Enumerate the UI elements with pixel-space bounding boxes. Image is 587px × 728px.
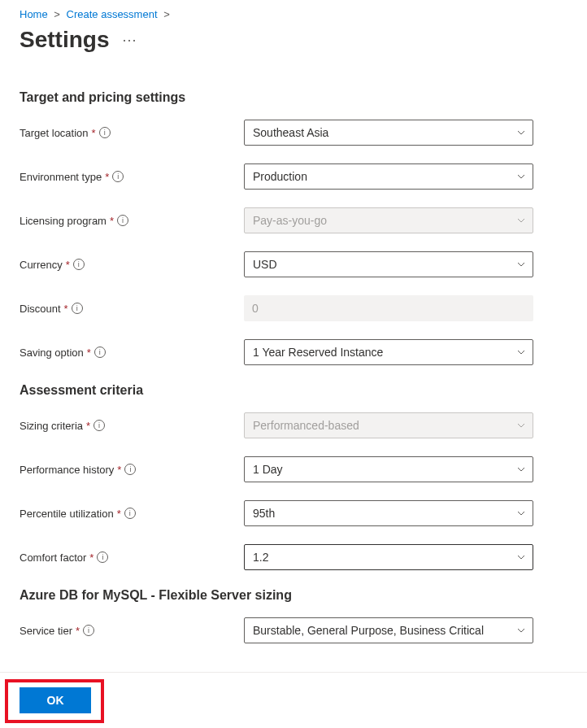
breadcrumb-create-assessment[interactable]: Create assessment [67, 8, 158, 20]
required-indicator: * [87, 347, 91, 359]
select-target-location[interactable]: Southeast Asia [244, 120, 533, 146]
select-saving-option[interactable]: 1 Year Reserved Instance [244, 339, 533, 365]
required-indicator: * [66, 259, 70, 271]
info-icon[interactable]: i [124, 508, 136, 519]
info-icon[interactable]: i [83, 625, 94, 636]
required-indicator: * [110, 215, 114, 227]
select-performance-history[interactable]: 1 Day [244, 456, 533, 482]
select-value: Performanced-based [253, 419, 359, 432]
select-value: 95th [253, 507, 275, 520]
label-text: Service tier [20, 625, 72, 637]
required-indicator: * [89, 551, 93, 564]
info-icon[interactable]: i [112, 171, 124, 182]
select-value: Southeast Asia [253, 126, 328, 139]
label-target-location: Target location * i [20, 127, 244, 139]
chevron-down-icon [516, 128, 526, 137]
row-comfort-factor: Comfort factor * i 1.2 [20, 544, 567, 570]
label-discount: Discount * i [20, 303, 244, 315]
label-text: Environment type [20, 171, 102, 183]
select-service-tier[interactable]: Burstable, General Purpose, Business Cri… [244, 617, 533, 643]
row-discount: Discount * i [20, 295, 567, 321]
chevron-down-icon [516, 626, 526, 635]
ok-button[interactable]: OK [20, 687, 91, 713]
select-currency[interactable]: USD [244, 251, 533, 277]
select-percentile-utilization[interactable]: 95th [244, 500, 533, 526]
required-indicator: * [117, 464, 121, 476]
section-azure-db: Azure DB for MySQL - Flexible Server siz… [20, 588, 567, 603]
label-text: Percentile utilization [20, 508, 114, 520]
row-sizing-criteria: Sizing criteria * i Performanced-based [20, 412, 567, 438]
label-service-tier: Service tier * i [20, 625, 244, 637]
page-title: Settings [20, 27, 109, 53]
more-actions-icon[interactable]: ··· [122, 32, 137, 49]
label-licensing-program: Licensing program * i [20, 215, 244, 227]
info-icon[interactable]: i [99, 127, 111, 138]
page-header: Settings ··· [0, 24, 587, 53]
chevron-down-icon [516, 172, 526, 181]
chevron-down-icon [516, 552, 526, 562]
row-environment-type: Environment type * i Production [20, 163, 567, 190]
chevron-down-icon [516, 508, 526, 518]
chevron-down-icon [516, 216, 526, 225]
label-performance-history: Performance history * i [20, 464, 244, 476]
label-percentile-utilization: Percentile utilization * i [20, 508, 244, 520]
input-discount [244, 295, 533, 321]
select-environment-type[interactable]: Production [244, 163, 533, 190]
label-sizing-criteria: Sizing criteria * i [20, 420, 244, 432]
info-icon[interactable]: i [117, 215, 128, 226]
label-text: Target location [20, 127, 89, 139]
chevron-down-icon [516, 347, 526, 357]
breadcrumb-home[interactable]: Home [20, 8, 48, 20]
select-licensing-program: Pay-as-you-go [244, 207, 533, 233]
section-target-pricing: Target and pricing settings [20, 90, 567, 105]
info-icon[interactable]: i [93, 420, 105, 431]
label-text: Comfort factor [20, 551, 86, 564]
select-comfort-factor[interactable]: 1.2 [244, 544, 533, 570]
select-sizing-criteria: Performanced-based [244, 412, 533, 438]
required-indicator: * [64, 303, 68, 315]
label-text: Licensing program [20, 215, 107, 227]
breadcrumb: Home > Create assessment > [0, 0, 587, 24]
content: Target and pricing settings Target locat… [0, 53, 587, 643]
breadcrumb-sep: > [54, 8, 60, 20]
info-icon[interactable]: i [97, 551, 108, 563]
label-currency: Currency * i [20, 259, 244, 271]
row-target-location: Target location * i Southeast Asia [20, 120, 567, 146]
breadcrumb-sep: > [163, 8, 170, 20]
select-value: 1 Day [253, 463, 283, 476]
section-assessment-criteria: Assessment criteria [20, 383, 567, 398]
required-indicator: * [92, 127, 96, 139]
info-icon[interactable]: i [73, 259, 85, 270]
info-icon[interactable]: i [72, 303, 83, 314]
label-text: Currency [20, 259, 63, 271]
label-comfort-factor: Comfort factor * i [20, 551, 244, 564]
info-icon[interactable]: i [124, 464, 136, 475]
required-indicator: * [86, 420, 90, 432]
row-performance-history: Performance history * i 1 Day [20, 456, 567, 482]
label-text: Performance history [20, 464, 114, 476]
label-environment-type: Environment type * i [20, 171, 244, 183]
chevron-down-icon [516, 464, 526, 474]
select-value: Burstable, General Purpose, Business Cri… [253, 624, 484, 637]
required-indicator: * [117, 508, 121, 520]
label-text: Discount [20, 303, 61, 315]
label-text: Sizing criteria [20, 420, 83, 432]
label-text: Saving option [20, 347, 84, 359]
select-value: Pay-as-you-go [253, 214, 327, 227]
row-currency: Currency * i USD [20, 251, 567, 277]
row-saving-option: Saving option * i 1 Year Reserved Instan… [20, 339, 567, 365]
footer: OK [0, 672, 587, 728]
info-icon[interactable]: i [94, 347, 106, 358]
select-value: 1.2 [253, 551, 268, 564]
row-percentile-utilization: Percentile utilization * i 95th [20, 500, 567, 526]
chevron-down-icon [516, 421, 526, 430]
select-value: 1 Year Reserved Instance [253, 346, 383, 359]
required-indicator: * [76, 625, 80, 637]
chevron-down-icon [516, 259, 526, 269]
row-service-tier: Service tier * i Burstable, General Purp… [20, 617, 567, 643]
required-indicator: * [105, 171, 109, 183]
select-value: USD [253, 258, 277, 271]
select-value: Production [253, 170, 307, 183]
row-licensing-program: Licensing program * i Pay-as-you-go [20, 207, 567, 233]
label-saving-option: Saving option * i [20, 347, 244, 359]
